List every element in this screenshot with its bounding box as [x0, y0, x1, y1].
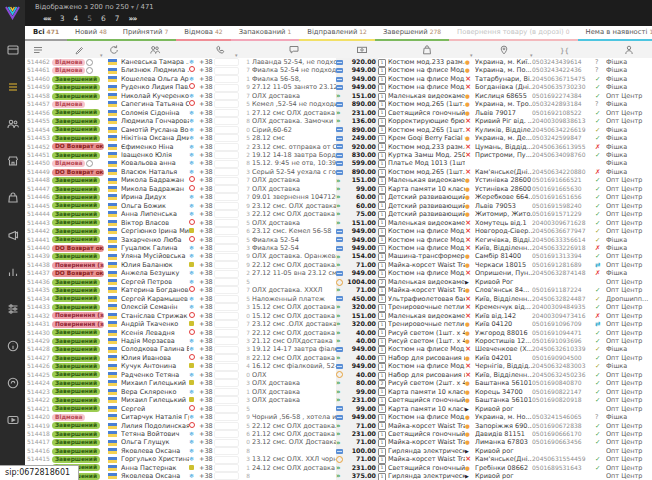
tab-відмова[interactable]: Відмова42 [176, 26, 230, 41]
client-phone[interactable]: +38 [199, 455, 241, 463]
order-row-514417[interactable]: 514417ЗавершенийОльга Глущук❄+38023.12 с… [25, 438, 652, 446]
order-row-514456[interactable]: 514456ЗавершенийСоломія Сідоніна❄+38127.… [25, 109, 652, 117]
client-phone[interactable]: +38 [199, 75, 241, 83]
order-row-514436[interactable]: 514436ЗавершенийСергей Петров❄+3851004.0… [25, 278, 652, 286]
page-button-6[interactable]: 6 [101, 14, 106, 23]
client-phone[interactable]: +38 [199, 447, 241, 455]
client-phone[interactable]: +38 [199, 202, 241, 210]
order-row-514441[interactable]: 514441ЗавершенийЗахарченко Люба+385Фиалк… [25, 236, 652, 244]
client-phone[interactable]: +38 [199, 100, 241, 108]
client-phone[interactable]: +38 [199, 66, 241, 74]
client-phone[interactable]: +38 [199, 405, 241, 413]
tab-нема-в-наявності[interactable]: Нема в наявності1 [578, 26, 652, 41]
client-phone[interactable]: +38 [199, 134, 241, 142]
order-row-514425[interactable]: 514425ЗавершенийРадченко Тетяна❄+380ОЛХ4… [25, 371, 652, 379]
client-phone[interactable]: +38 [199, 354, 241, 362]
order-row-514446[interactable]: 514446ЗавершенийИрина Дидух❄+38709.01 зв… [25, 193, 652, 201]
order-row-514422[interactable]: 514422ЗавершенийМихаил Гилецький+383ОЛХ … [25, 396, 652, 404]
client-phone[interactable]: +38 [199, 151, 241, 159]
tab-всі[interactable]: Всі471 [25, 26, 67, 41]
client-phone[interactable]: +38 [199, 219, 241, 227]
sidebar-item-video[interactable] [0, 401, 25, 438]
order-row-514452[interactable]: 514452DO Возврат ок...Єфименко Ніна❄+382… [25, 143, 652, 151]
page-button-7[interactable]: 7 [115, 14, 120, 23]
client-phone[interactable]: +38 [199, 371, 241, 379]
order-row-514442[interactable]: 514442ЗавершенийСергіюнко Ірина Ми..+386… [25, 227, 652, 235]
order-row-514457[interactable]: 514457ВідмоваСапегина Татьяна С..+385Кем… [25, 100, 652, 108]
client-phone[interactable]: +38 [199, 83, 241, 91]
order-row-514424[interactable]: 514424ЗавершенийМихаил Гилецький+383ОЛХ … [25, 379, 652, 387]
order-row-514435[interactable]: 514435ЗавершенийКатерина Богданова+387ОЛ… [25, 286, 652, 294]
client-phone[interactable]: +38 [199, 278, 241, 286]
client-phone[interactable]: +38 [199, 464, 241, 472]
column-header-bubble[interactable] [252, 41, 336, 58]
client-phone[interactable]: +38 [199, 295, 241, 303]
client-phone[interactable]: +38 [199, 252, 241, 260]
client-phone[interactable]: +38 [199, 362, 241, 370]
client-phone[interactable]: +38 [199, 143, 241, 151]
order-row-514453[interactable]: 514453ЗавершенийНікітіна Оксана Дми..❄+3… [25, 134, 652, 142]
client-phone[interactable]: +38 [199, 117, 241, 125]
order-row-514413[interactable]: 514413ЗавершенийЯковлева Оксана❄+388»375… [25, 472, 652, 480]
order-row-514429[interactable]: 514429ЗавершенийНадія Мерзаєва❄+38321.12… [25, 337, 652, 345]
client-phone[interactable]: +38 [199, 345, 241, 353]
order-row-514434[interactable]: 514434ЗавершенийСергей Карамышев❄+385Нал… [25, 295, 652, 303]
order-row-514419[interactable]: 514419ЗавершенийЛилия Подолинская+38522.… [25, 421, 652, 429]
client-phone[interactable]: +38 [199, 396, 241, 404]
client-phone[interactable]: +38 [199, 388, 241, 396]
client-phone[interactable]: +38 [199, 210, 241, 218]
order-row-514439[interactable]: 514439ЗавершенийУляна Мусійовська❄+389ОЛ… [25, 252, 652, 260]
sidebar-item-purchases[interactable] [0, 179, 25, 216]
sidebar-item-support[interactable] [0, 364, 25, 401]
order-row-514443[interactable]: 514443ЗавершенийВіктор Власов+385ОЛХ дос… [25, 219, 652, 227]
order-row-514449[interactable]: 514449DO Возврат ок...Власюк Наталья❄+38… [25, 168, 652, 176]
client-phone[interactable]: +38 [199, 379, 241, 387]
order-row-514440[interactable]: 514440DO Возврат ок...Гуцалюк Галина❄+38… [25, 244, 652, 252]
sidebar-item-storefront[interactable] [0, 142, 25, 179]
sidebar-item-stats[interactable] [0, 253, 25, 290]
client-phone[interactable]: +38 [199, 176, 241, 184]
order-row-514421[interactable]: 514421ЗавершенийСергей+38599.001Карта па… [25, 405, 652, 413]
order-row-514447[interactable]: 514447ЗавершенийМикола Бадражан+387ОЛХ д… [25, 185, 652, 193]
client-phone[interactable]: +38 [199, 320, 241, 328]
column-header-people[interactable] [121, 41, 189, 58]
order-row-514423[interactable]: 514423ЗавершенийВера Скляренко❄+381ОЛХ д… [25, 388, 652, 396]
client-phone[interactable]: +38 [199, 159, 241, 167]
client-phone[interactable]: +38 [199, 193, 241, 201]
client-phone[interactable]: +38 [199, 244, 241, 252]
sidebar-item-clients[interactable] [0, 105, 25, 142]
client-phone[interactable]: +38 [199, 472, 241, 480]
tab-завершений[interactable]: Завершений278 [375, 26, 449, 41]
tab-відправлений[interactable]: Відправлений12 [299, 26, 375, 41]
sidebar-item-dashboard[interactable] [0, 31, 25, 68]
order-row-514418[interactable]: 514418ЗавершенийТетяна Войтович❄+38621.1… [25, 430, 652, 438]
order-row-514428[interactable]: 514428ЗавершенийСолодкова Галина В..❄+38… [25, 345, 652, 353]
sidebar-item-settings[interactable] [0, 290, 25, 327]
sidebar-item-orders[interactable] [0, 68, 25, 105]
client-phone[interactable]: +38 [199, 329, 241, 337]
order-row-514445[interactable]: 514445ЗавершенийОльга Божик❄+38923.12 см… [25, 202, 652, 210]
tab-запакований[interactable]: Запакований1 [231, 26, 300, 41]
client-phone[interactable]: +38 [199, 286, 241, 294]
client-phone[interactable]: +38 [199, 312, 241, 320]
order-row-514432[interactable]: 514432Повернення (з...Станіслав Стрижак+… [25, 312, 652, 320]
column-header-ttn[interactable]: }{ [532, 41, 595, 58]
order-row-514451[interactable]: 514451ЗавершенийІващенко Юлія❄+38219.12 … [25, 151, 652, 159]
order-row-514448[interactable]: 514448ЗавершенийМикола Бадражан+387ОЛХ д… [25, 176, 652, 184]
column-header-money[interactable] [346, 41, 378, 58]
client-phone[interactable]: +38 [199, 168, 241, 176]
client-phone[interactable]: +38 [199, 109, 241, 117]
tab-новий[interactable]: Новий48 [67, 26, 115, 41]
order-row-514460[interactable]: 514460ЗавершенийКошелева Ольга Ар..❄+381… [25, 75, 652, 83]
sidebar-item-campaigns[interactable] [0, 216, 25, 253]
client-phone[interactable]: +38 [199, 92, 241, 100]
client-phone[interactable]: +38 [199, 185, 241, 193]
tab-прийнятий[interactable]: Прийнятий7 [115, 26, 176, 41]
column-header-refresh[interactable] [106, 41, 121, 58]
order-row-514458[interactable]: 514458ЗавершенийНиколай Кучеренко❄+387ОЛ… [25, 92, 652, 100]
column-header-pin[interactable] [475, 41, 532, 58]
tab-повернення-товару-в-дорозі-[interactable]: Повернення товару (в дорозі)0 [449, 26, 577, 41]
client-phone[interactable]: +38 [199, 430, 241, 438]
client-phone[interactable]: +38 [199, 438, 241, 446]
column-header-bag[interactable] [388, 41, 465, 58]
